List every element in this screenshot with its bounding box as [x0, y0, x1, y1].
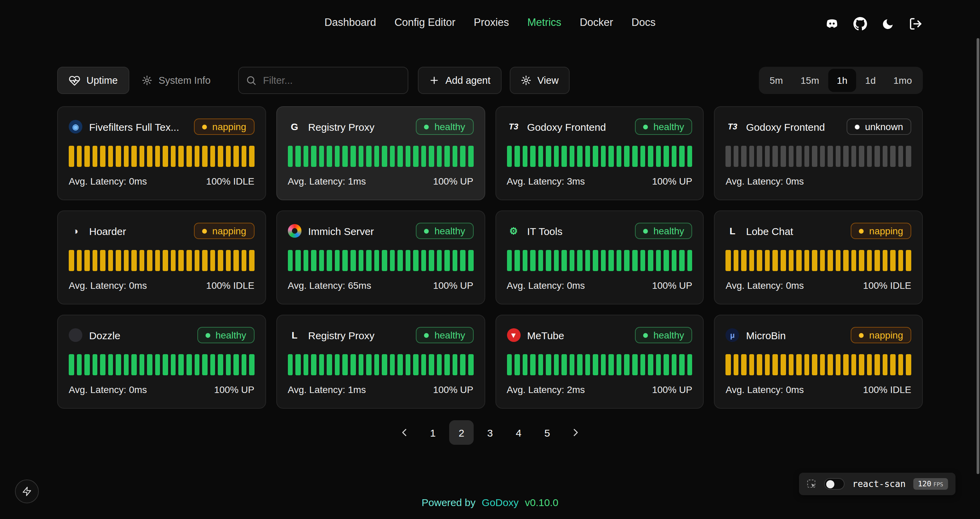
- uptime-bar: [69, 354, 74, 375]
- logout-button[interactable]: [908, 17, 923, 30]
- uptime-bars: [507, 354, 692, 375]
- uptime-bar: [108, 146, 113, 167]
- nav-item-proxies[interactable]: Proxies: [474, 16, 509, 29]
- page-button-2[interactable]: 2: [449, 420, 474, 445]
- service-card[interactable]: T3 Godoxy Frontend unknown Avg. Latency:…: [714, 106, 923, 200]
- uptime-bar: [163, 354, 168, 375]
- status-label: unknown: [865, 121, 903, 132]
- nav-item-config-editor[interactable]: Config Editor: [395, 16, 455, 29]
- service-card[interactable]: ◑ Hoarder napping Avg. Latency: 0ms 100%…: [57, 211, 266, 305]
- uptime-bars: [726, 354, 912, 375]
- service-card[interactable]: μ MicroBin napping Avg. Latency: 0ms 100…: [714, 315, 923, 409]
- uptime-bar: [398, 354, 402, 375]
- uptime-bar: [171, 250, 176, 271]
- status-dot: [855, 124, 859, 129]
- service-card[interactable]: T3 Godoxy Frontend healthy Avg. Latency:…: [495, 106, 704, 200]
- uptime-bar: [335, 250, 340, 271]
- page-button-4[interactable]: 4: [506, 420, 531, 445]
- status-label: healthy: [434, 121, 465, 132]
- time-range-1h[interactable]: 1h: [828, 69, 856, 92]
- uptime-bar: [421, 354, 426, 375]
- nav-item-dashboard[interactable]: Dashboard: [324, 16, 376, 29]
- powered-by-text: Powered by: [422, 497, 476, 508]
- godoxy-link[interactable]: GoDoxy: [482, 497, 519, 508]
- service-card[interactable]: Immich Server healthy Avg. Latency: 65ms…: [276, 211, 485, 305]
- service-card[interactable]: L Registry Proxy healthy Avg. Latency: 1…: [276, 315, 485, 409]
- page-button-5[interactable]: 5: [535, 420, 559, 445]
- toggle-knob: [827, 480, 835, 488]
- time-range-1mo[interactable]: 1mo: [885, 69, 921, 92]
- uptime-bar: [304, 354, 309, 375]
- service-card[interactable]: ⚙ IT Tools healthy Avg. Latency: 0ms 100…: [495, 211, 704, 305]
- status-label: napping: [869, 225, 903, 236]
- nav-item-docs[interactable]: Docs: [632, 16, 656, 29]
- filter-input[interactable]: [238, 67, 408, 94]
- logout-icon: [908, 17, 923, 30]
- card-header: L Registry Proxy healthy: [288, 326, 474, 345]
- uptime-bar: [741, 146, 746, 167]
- scrollbar-thumb[interactable]: [977, 38, 979, 474]
- uptime-bar: [100, 146, 105, 167]
- card-header: μ MicroBin napping: [726, 326, 912, 345]
- discord-link[interactable]: [825, 17, 839, 30]
- uptime-bar: [390, 250, 395, 271]
- quick-actions-button[interactable]: [15, 479, 39, 503]
- uptime-bar: [241, 250, 247, 271]
- uptime-bar: [453, 146, 458, 167]
- uptime-bar: [522, 250, 527, 271]
- uptime-bar: [390, 146, 395, 167]
- system-info-tab[interactable]: System Info: [132, 67, 220, 94]
- uptime-tab[interactable]: Uptime: [57, 67, 129, 94]
- uptime-bar: [733, 146, 739, 167]
- uptime-bar: [530, 146, 535, 167]
- uptime-bar: [530, 250, 535, 271]
- uptime-bar: [210, 354, 215, 375]
- react-scan-toggle[interactable]: [824, 478, 845, 490]
- uptime-bar: [366, 146, 371, 167]
- uptime-bar: [179, 146, 184, 167]
- latency-label: Avg. Latency: 0ms: [726, 280, 804, 291]
- uptime-bar: [554, 146, 559, 167]
- latency-label: Avg. Latency: 1ms: [288, 384, 366, 395]
- service-card[interactable]: ◉ Fivefilters Full Tex... napping Avg. L…: [57, 106, 266, 200]
- page-button-1[interactable]: 1: [421, 420, 445, 445]
- time-range-5m[interactable]: 5m: [761, 69, 792, 92]
- nav-item-docker[interactable]: Docker: [580, 16, 613, 29]
- status-label: healthy: [215, 330, 246, 340]
- uptime-bar: [147, 354, 153, 375]
- nav-item-metrics[interactable]: Metrics: [527, 16, 562, 29]
- uptime-bar: [827, 250, 833, 271]
- theme-toggle-button[interactable]: [881, 18, 894, 30]
- status-dot: [643, 333, 648, 337]
- uptime-bar: [585, 146, 590, 167]
- uptime-bar: [883, 146, 888, 167]
- previous-page-button[interactable]: [392, 420, 417, 445]
- service-name: IT Tools: [527, 225, 630, 237]
- next-page-button[interactable]: [563, 420, 588, 445]
- service-card[interactable]: L Lobe Chat napping Avg. Latency: 0ms 10…: [714, 211, 923, 305]
- uptime-bar: [226, 146, 231, 167]
- uptime-bar: [429, 250, 434, 271]
- uptime-bar: [116, 250, 121, 271]
- github-link[interactable]: [853, 17, 867, 30]
- uptime-bar: [296, 250, 301, 271]
- uptime-bar: [296, 146, 301, 167]
- service-card[interactable]: Dozzle healthy Avg. Latency: 0ms 100% UP: [57, 315, 266, 409]
- add-agent-button[interactable]: Add agent: [417, 67, 501, 94]
- card-footer: Avg. Latency: 1ms 100% UP: [288, 176, 474, 187]
- service-name: Dozzle: [89, 329, 192, 341]
- page-button-3[interactable]: 3: [478, 420, 502, 445]
- service-card[interactable]: G Registry Proxy healthy Avg. Latency: 1…: [276, 106, 485, 200]
- view-button[interactable]: View: [509, 67, 569, 94]
- uptime-bar: [570, 354, 575, 375]
- uptime-bar: [679, 354, 684, 375]
- time-range-1d[interactable]: 1d: [856, 69, 885, 92]
- uptime-bar: [898, 250, 904, 271]
- time-range-15m[interactable]: 15m: [792, 69, 828, 92]
- uptime-bar: [132, 146, 137, 167]
- card-header: ◑ Hoarder napping: [69, 221, 255, 240]
- uptime-bar: [663, 146, 669, 167]
- service-card[interactable]: ▼ MeTube healthy Avg. Latency: 2ms 100% …: [495, 315, 704, 409]
- filter-box: [238, 67, 408, 94]
- uptime-bar: [617, 146, 622, 167]
